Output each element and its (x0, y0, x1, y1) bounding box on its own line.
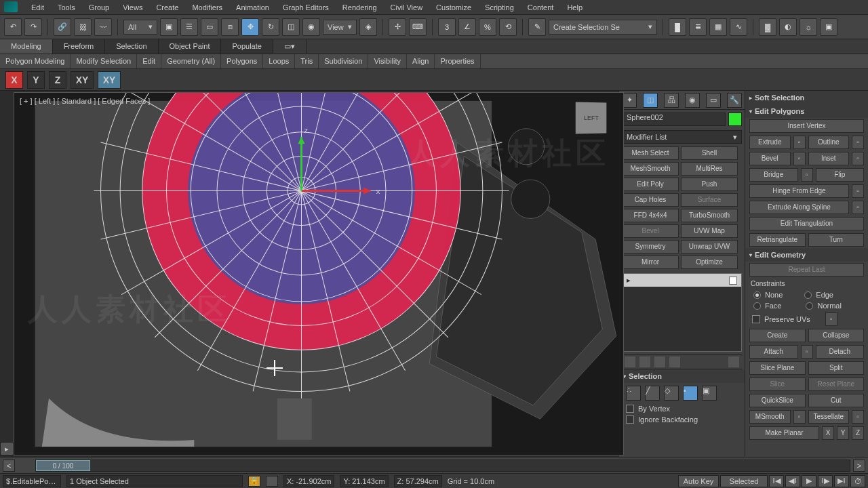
isolate-selection-icon[interactable] (266, 476, 278, 487)
play-button[interactable]: ▶ (802, 475, 816, 487)
select-scale-button[interactable]: ◫ (282, 18, 300, 36)
object-name-input[interactable]: Sphere002 (622, 113, 726, 126)
planar-x-button[interactable]: X (822, 426, 834, 440)
turn-button[interactable]: Turn (808, 233, 865, 247)
curve-editor-button[interactable]: ∿ (730, 18, 747, 36)
ignore-backfacing-checkbox[interactable]: Ignore Backfacing (619, 414, 745, 425)
bridge-button[interactable]: Bridge (749, 168, 798, 182)
menu-rendering[interactable]: Rendering (336, 1, 384, 14)
menu-tools[interactable]: Tools (51, 1, 82, 14)
slice-plane-button[interactable]: Slice Plane (749, 361, 806, 375)
spinner-snap-button[interactable]: ⟲ (499, 18, 517, 36)
ribbon-geometry-all[interactable]: Geometry (All) (161, 54, 221, 68)
select-place-button[interactable]: ◉ (302, 18, 320, 36)
polygon-level-icon[interactable]: ▪ (683, 386, 698, 401)
edit-selset-button[interactable]: ✎ (528, 18, 546, 36)
remove-mod-icon[interactable] (669, 357, 680, 367)
msmooth-button[interactable]: MSmooth (749, 410, 791, 424)
ribbon-loops[interactable]: Loops (263, 54, 295, 68)
angle-snap-button[interactable]: ∠ (458, 18, 476, 36)
select-object-button[interactable]: ▣ (160, 18, 178, 36)
axis-xy2-button[interactable]: XY (98, 71, 121, 89)
extrude-spline-button[interactable]: Extrude Along Spline (749, 201, 849, 214)
outline-button[interactable]: Outline (808, 136, 850, 149)
motion-tab-icon[interactable]: ◉ (685, 93, 700, 108)
material-editor-button[interactable]: ◐ (779, 18, 797, 36)
stack-item-editable-poly[interactable]: ▸ Editable Poly (623, 274, 741, 287)
hinge-button[interactable]: Hinge From Edge (749, 184, 849, 198)
border-level-icon[interactable]: ◇ (664, 386, 679, 401)
constraint-normal-radio[interactable] (806, 302, 813, 310)
extrude-button[interactable]: Extrude (749, 136, 791, 149)
mod-multires[interactable]: MultiRes (681, 162, 738, 176)
hinge-settings-button[interactable]: ▫ (852, 184, 864, 198)
detach-button[interactable]: Detach (816, 345, 865, 359)
ribbon-tab-freeform[interactable]: Freeform (53, 39, 106, 54)
selection-rollout-header[interactable]: ▾Selection (619, 369, 745, 383)
ribbon-modify-selection[interactable]: Modify Selection (71, 54, 137, 68)
render-setup-button[interactable]: ☼ (800, 18, 817, 36)
mod-turbosmooth[interactable]: TurboSmooth (681, 209, 738, 222)
use-pivot-button[interactable]: ◈ (359, 18, 377, 36)
ribbon-visibility[interactable]: Visibility (368, 54, 407, 68)
configure-sets-icon[interactable] (728, 357, 739, 367)
coord-x[interactable]: X: -21.902cm (283, 475, 334, 487)
slice-button[interactable]: Slice (749, 378, 806, 391)
layer-button[interactable]: ▦ (709, 18, 727, 36)
hierarchy-tab-icon[interactable]: 品 (664, 93, 679, 108)
viewcube[interactable]: LEFT (576, 102, 607, 134)
attach-settings-button[interactable]: ▫ (801, 345, 813, 359)
menu-group[interactable]: Group (82, 1, 117, 14)
modifier-list-dropdown[interactable]: Modifier List▾ (622, 130, 742, 144)
extrude-spline-settings-button[interactable]: ▫ (852, 201, 864, 214)
axis-xy-button[interactable]: XY (71, 71, 94, 89)
ribbon-tab-populate[interactable]: Populate (221, 39, 273, 54)
planar-y-button[interactable]: Y (837, 426, 849, 440)
reset-plane-button[interactable]: Reset Plane (808, 378, 865, 391)
selection-filter-dropdown[interactable]: All ▾ (123, 20, 157, 35)
constraint-face-radio[interactable] (753, 302, 761, 310)
app-icon[interactable] (4, 1, 18, 12)
inset-button[interactable]: Inset (808, 152, 850, 165)
snap-3d-button[interactable]: 3 (438, 18, 456, 36)
mod-bevel[interactable]: Bevel (622, 224, 679, 238)
prev-frame-button[interactable]: ◀I (785, 475, 800, 487)
goto-start-button[interactable]: I◀ (769, 475, 784, 487)
redo-button[interactable]: ↷ (24, 18, 42, 36)
ribbon-align[interactable]: Align (407, 54, 435, 68)
menu-animation[interactable]: Animation (229, 1, 276, 14)
link-button[interactable]: 🔗 (54, 18, 71, 36)
time-config-button[interactable]: ⏱ (850, 475, 865, 487)
ribbon-tris[interactable]: Tris (295, 54, 319, 68)
unlink-button[interactable]: ⛓ (74, 18, 92, 36)
ribbon-properties[interactable]: Properties (435, 54, 480, 68)
modifier-stack[interactable]: ▸ Editable Poly (622, 273, 742, 352)
menu-graph-editors[interactable]: Graph Editors (276, 1, 336, 14)
window-crossing-button[interactable]: ⧈ (221, 18, 239, 36)
align-button[interactable]: ≣ (689, 18, 707, 36)
coord-y[interactable]: Y: 21.143cm (340, 475, 388, 487)
mod-optimize[interactable]: Optimize (681, 256, 738, 269)
edit-geometry-rollout[interactable]: ▾Edit Geometry (745, 248, 868, 262)
expand-icon[interactable]: ▸ (627, 276, 631, 285)
planar-z-button[interactable]: Z (852, 426, 864, 440)
mod-cap-holes[interactable]: Cap Holes (622, 193, 679, 207)
axis-y-button[interactable]: Y (27, 71, 45, 89)
axis-x-button[interactable]: X (5, 71, 23, 89)
modify-tab-icon[interactable]: ◫ (643, 93, 658, 108)
soft-selection-rollout[interactable]: ▸Soft Selection (745, 91, 868, 104)
undo-button[interactable]: ↶ (4, 18, 22, 36)
select-move-button[interactable]: ✥ (241, 18, 259, 36)
edit-tri-button[interactable]: Edit Triangulation (749, 217, 864, 230)
mod-unwrap[interactable]: Unwrap UVW (681, 240, 738, 253)
menu-scripting[interactable]: Scripting (478, 1, 521, 14)
ribbon-edit[interactable]: Edit (137, 54, 161, 68)
mod-ffd[interactable]: FFD 4x4x4 (622, 209, 679, 222)
lock-selection-icon[interactable]: 🔒 (248, 476, 260, 487)
bevel-settings-button[interactable]: ▫ (793, 152, 806, 165)
ribbon-polygon-modeling[interactable]: Polygon Modeling (0, 54, 71, 68)
preserve-uvs-settings[interactable]: ▫ (825, 312, 837, 326)
create-button[interactable]: Create (749, 329, 806, 342)
edge-level-icon[interactable]: ╱ (645, 386, 660, 401)
timeline-next-button[interactable]: > (853, 460, 865, 472)
